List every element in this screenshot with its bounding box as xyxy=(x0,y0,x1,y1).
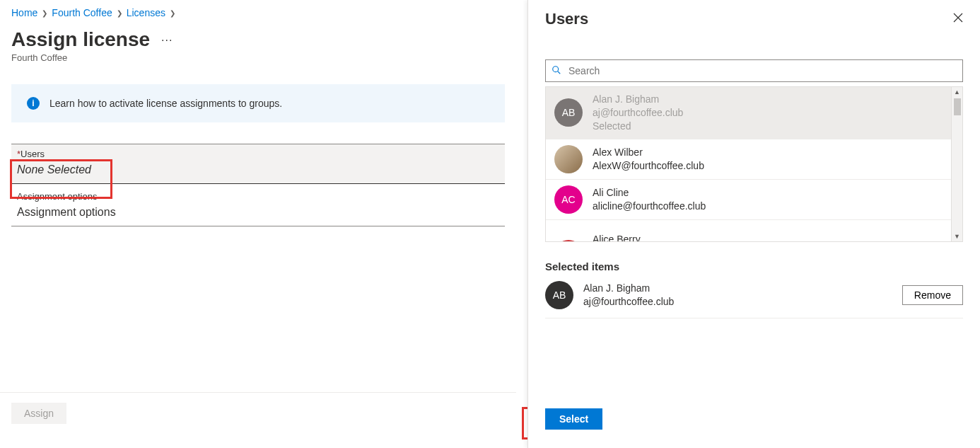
avatar: AB xyxy=(545,281,573,309)
user-name: Alice Berry xyxy=(593,233,641,242)
assignment-options-value: Assignment options xyxy=(17,206,499,219)
user-state: Selected xyxy=(593,120,683,133)
close-icon[interactable] xyxy=(953,13,963,25)
avatar xyxy=(554,145,583,173)
users-field[interactable]: *Users None Selected xyxy=(11,144,505,184)
breadcrumb-home[interactable]: Home xyxy=(11,7,37,18)
search-input[interactable] xyxy=(567,64,957,77)
page-subtitle: Fourth Coffee xyxy=(11,52,505,63)
info-banner: i Learn how to activate license assignme… xyxy=(11,84,505,122)
panel-title: Users xyxy=(545,10,588,28)
more-actions-button[interactable]: ··· xyxy=(161,34,173,47)
main-content: Home ❯ Fourth Coffee ❯ Licenses ❯ Assign… xyxy=(0,0,516,448)
chevron-right-icon: ❯ xyxy=(117,9,122,17)
users-field-value: None Selected xyxy=(17,163,499,176)
avatar: AB xyxy=(554,240,583,242)
breadcrumb: Home ❯ Fourth Coffee ❯ Licenses ❯ xyxy=(11,7,505,18)
remove-button[interactable]: Remove xyxy=(902,285,963,305)
selected-items-heading: Selected items xyxy=(545,260,963,272)
scroll-thumb[interactable] xyxy=(954,98,961,115)
avatar: AC xyxy=(554,185,583,214)
svg-line-1 xyxy=(558,71,561,74)
scroll-down-icon[interactable]: ▼ xyxy=(954,231,960,241)
selected-user-email: aj@fourthcoffee.club xyxy=(583,295,674,309)
selected-user-name: Alan J. Bigham xyxy=(583,282,674,295)
assignment-options-field[interactable]: Assignment options Assignment options xyxy=(11,185,505,226)
page-title: Assign license xyxy=(11,28,150,51)
assignment-options-label: Assignment options xyxy=(17,191,499,202)
users-field-label: *Users xyxy=(17,149,499,159)
panel-footer: Select xyxy=(545,404,963,438)
chevron-right-icon: ❯ xyxy=(170,9,175,17)
user-item[interactable]: AB Alice Berry xyxy=(546,220,962,242)
select-button[interactable]: Select xyxy=(545,408,602,430)
chevron-right-icon: ❯ xyxy=(42,9,47,17)
footer-bar: Assign xyxy=(0,392,516,434)
user-name: Alan J. Bigham xyxy=(593,93,683,106)
search-icon xyxy=(552,65,561,77)
user-name: Ali Cline xyxy=(593,186,706,200)
user-item[interactable]: AC Ali Cline alicline@fourthcoffee.club xyxy=(546,180,962,220)
user-email: alicline@fourthcoffee.club xyxy=(593,200,706,213)
search-box[interactable] xyxy=(545,59,963,82)
breadcrumb-fourth-coffee[interactable]: Fourth Coffee xyxy=(52,7,112,18)
selected-item-row: AB Alan J. Bigham aj@fourthcoffee.club R… xyxy=(545,272,963,318)
avatar: AB xyxy=(554,98,583,127)
user-item[interactable]: Alex Wilber AlexW@fourthcoffee.club xyxy=(546,139,962,180)
info-icon: i xyxy=(27,97,40,110)
user-email: aj@fourthcoffee.club xyxy=(593,106,683,120)
user-item[interactable]: AB Alan J. Bigham aj@fourthcoffee.club S… xyxy=(546,87,962,139)
scrollbar[interactable]: ▲ ▼ xyxy=(951,87,962,241)
user-name: Alex Wilber xyxy=(593,146,704,159)
users-panel: Users AB Alan J. Bigham aj@fourthcoffee.… xyxy=(527,0,980,448)
svg-point-0 xyxy=(553,66,559,71)
breadcrumb-licenses[interactable]: Licenses xyxy=(127,7,165,18)
user-list: AB Alan J. Bigham aj@fourthcoffee.club S… xyxy=(545,86,963,242)
user-email: AlexW@fourthcoffee.club xyxy=(593,159,704,173)
assign-button[interactable]: Assign xyxy=(11,403,66,424)
scroll-up-icon[interactable]: ▲ xyxy=(954,87,960,97)
info-banner-text[interactable]: Learn how to activate license assignment… xyxy=(49,98,282,109)
